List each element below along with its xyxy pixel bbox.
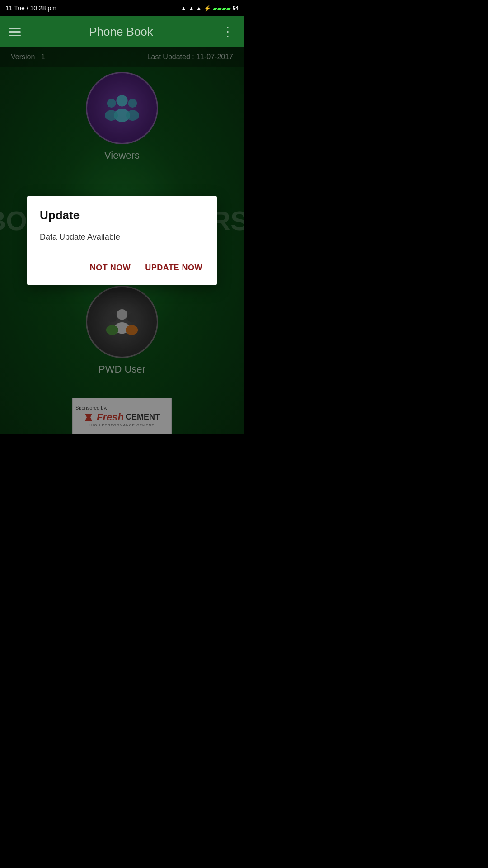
status-time: 11 Tue / 10:28 pm	[5, 5, 56, 12]
dialog-message: Data Update Available	[40, 231, 204, 243]
battery-icon: ▰▰▰▰	[213, 5, 231, 12]
app-bar: Phone Book ⋮	[0, 16, 244, 47]
dialog-actions: NOT NOW UPDATE NOW	[40, 259, 204, 276]
not-now-button[interactable]: NOT NOW	[88, 259, 133, 276]
hamburger-menu-icon[interactable]	[9, 28, 21, 36]
more-options-icon[interactable]: ⋮	[221, 25, 235, 38]
charging-icon: ⚡	[204, 5, 211, 12]
update-dialog: Update Data Update Available NOT NOW UPD…	[27, 196, 217, 285]
main-content: Version : 1 Last Updated : 11-07-2017 Vi…	[0, 47, 244, 434]
signal-icon-1: ▲	[188, 5, 194, 12]
dialog-backdrop: Update Data Update Available NOT NOW UPD…	[0, 47, 244, 434]
status-icons: ▲ ▲ ▲ ⚡ ▰▰▰▰ 94	[181, 5, 239, 12]
dialog-title: Update	[40, 208, 204, 222]
signal-icon-2: ▲	[196, 5, 202, 12]
app-title: Phone Book	[89, 25, 153, 39]
status-bar: 11 Tue / 10:28 pm ▲ ▲ ▲ ⚡ ▰▰▰▰ 94	[0, 0, 244, 16]
update-now-button[interactable]: UPDATE NOW	[143, 259, 204, 276]
wifi-icon: ▲	[181, 5, 187, 12]
battery-level: 94	[233, 5, 239, 11]
